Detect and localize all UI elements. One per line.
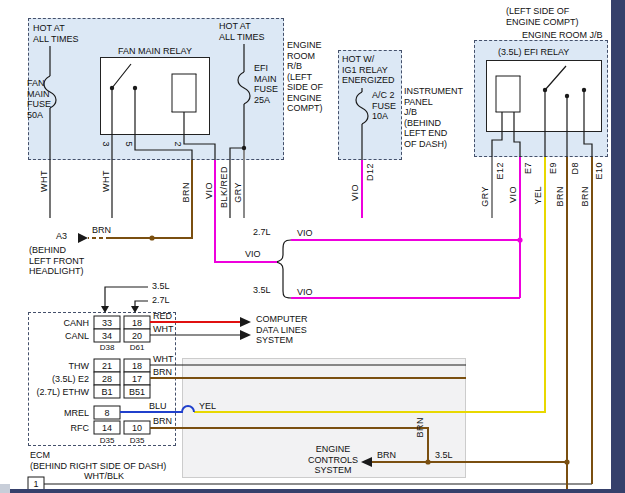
ecm-num-ethw-a: B1: [94, 387, 120, 398]
branch-35l-label: 3.5L: [253, 285, 271, 296]
pin-label-e10: E10: [594, 162, 604, 180]
efi-relay-title: (3.5L) EFI RELAY: [498, 47, 569, 58]
efi-relay-coil: [496, 76, 520, 112]
wire-label-vio-e7: VIO: [508, 186, 518, 203]
engine-controls-branch-35l: 3.5L: [435, 450, 453, 461]
branch-27l-label: 2.7L: [253, 227, 271, 238]
engine-room-rb-location: ENGINE ROOM R/B (LEFT SIDE OF ENGINE COM…: [287, 40, 323, 114]
ecm-conn-d38: D38: [94, 343, 120, 352]
branch-27l-vio: VIO: [297, 228, 313, 239]
arrowheads: [78, 233, 372, 467]
e2-color: BRN: [153, 367, 172, 378]
wire-label-yel-e9: YEL: [533, 186, 543, 205]
wiring-diagram-page: HOT AT ALL TIMES HOT AT ALL TIMES FAN MA…: [0, 0, 625, 493]
selector-35l: 3.5L: [152, 281, 170, 292]
hot-at-all-times-mid: HOT AT ALL TIMES: [219, 21, 265, 42]
bottom-left-corner: [0, 484, 10, 493]
thw-color: WHT: [153, 354, 174, 365]
ecm-num-ethw-b: B51: [124, 387, 150, 398]
fan-relay-switch: [112, 64, 135, 135]
ecm-pin-rfc: RFC: [27, 423, 89, 434]
wire-label-wht-2: WHT: [101, 170, 111, 192]
canl-color: WHT: [153, 324, 174, 335]
mrel-color-yel: YEL: [199, 401, 216, 412]
ecm-num-canh-a: 33: [94, 318, 120, 329]
engine-controls-label: ENGINE CONTROLS SYSTEM: [304, 444, 362, 476]
brown-junctions: [149, 235, 569, 464]
pin-label-e7: E7: [523, 162, 533, 174]
brn-relay-wire: [110, 160, 192, 238]
hot-ig1-label: HOT W/ IG1 RELAY ENERGIZED: [342, 54, 395, 86]
ecm-pin-canl: CANL: [27, 331, 89, 342]
ac2-fuse-label: A/C 2 FUSE 10A: [372, 90, 396, 122]
rfc-color: BRN: [153, 416, 172, 427]
wire-label-vio: VIO: [204, 182, 214, 199]
computer-arrow-2: [240, 330, 251, 340]
fan-main-fuse-label: FAN MAIN FUSE 50A: [27, 78, 51, 120]
ecm-num-mrel-a: 8: [94, 408, 120, 419]
branch-35l-vio: VIO: [297, 287, 313, 298]
ecm-title: ECM: [30, 450, 50, 461]
ecm-pin1: 1: [28, 479, 44, 490]
engine-controls-arrow: [361, 457, 372, 467]
ecm-num-e2-b: 17: [124, 374, 150, 385]
pin1-wire-label: WHT/BLK: [84, 471, 124, 482]
ecm-conn-d61: D61: [124, 343, 150, 352]
pin-label-e12: E12: [495, 162, 505, 180]
engine-room-jb-corner: (LEFT SIDE OF ENGINE COMPT): [506, 6, 579, 27]
a3-location: (BEHIND LEFT FRONT HEADLIGHT): [29, 245, 84, 277]
ecm-conn-d35b: D35: [124, 436, 150, 445]
ecm-num-rfc-a: 14: [94, 423, 120, 434]
selector-arrow-35: [101, 306, 109, 313]
ecm-pin-ethw: (2.7L) ETHW: [27, 387, 89, 398]
bottom-frame-bar: [0, 489, 611, 493]
a3-arrow: [78, 233, 88, 243]
canh-color: RED: [153, 311, 172, 322]
wire-label-brn-d8: BRN: [555, 186, 565, 207]
computer-arrow-1: [240, 317, 251, 327]
fan-relay-term-2: 2: [173, 141, 183, 146]
rfc-vert-brn-label: BRN: [415, 417, 425, 438]
a3-pin-label: A3: [56, 231, 67, 242]
wire-label-gry: GRY: [233, 182, 243, 203]
ecm-num-canl-a: 34: [94, 331, 120, 342]
ecm-num-canl-b: 20: [124, 331, 150, 342]
ecm-conn-d35a: D35: [94, 436, 120, 445]
ecm-pin-mrel: MREL: [27, 408, 89, 419]
gray-wires: [244, 148, 492, 218]
right-frame-bar: [611, 0, 625, 493]
engine-controls-wire-brn: BRN: [377, 450, 396, 461]
fan-relay-term-5: 5: [124, 141, 134, 146]
wire-label-wht-1: WHT: [39, 170, 49, 192]
ecm-location: (BEHIND RIGHT SIDE OF DASH): [30, 461, 166, 472]
fan-relay-term-3: 3: [101, 141, 111, 146]
vio-junctions: [517, 237, 522, 242]
ecm-num-thw-a: 21: [94, 361, 120, 372]
ecm-num-rfc-b: 10: [124, 423, 150, 434]
wire-label-brn: BRN: [181, 182, 191, 203]
pin-label-e9: E9: [548, 162, 558, 174]
ecm-num-e2-a: 28: [94, 374, 120, 385]
hot-at-all-times-left: HOT AT ALL TIMES: [33, 23, 79, 44]
wire-label-vio-d12: VIO: [350, 184, 360, 201]
fan-main-relay-title: FAN MAIN RELAY: [100, 46, 210, 57]
ecm-pin-e2: (3.5L) E2: [27, 374, 89, 385]
efi-relay-coil-pins: [492, 112, 520, 157]
efi-main-fuse-label: EFI MAIN FUSE 25A: [254, 63, 278, 105]
instrument-panel-location: INSTRUMENT PANEL J/B (BEHIND LEFT END OF…: [404, 86, 463, 149]
a3-wire-label: BRN: [92, 225, 111, 236]
efi-fuse-symbol: [238, 72, 250, 104]
computer-data-lines-label: COMPUTER DATA LINES SYSTEM: [256, 314, 308, 346]
wire-label-brn-e10: BRN: [580, 186, 590, 207]
branch-brace: [275, 240, 291, 298]
ac-fuse-symbol: [356, 92, 368, 124]
pin-label-d8: D8: [570, 162, 580, 175]
wire-label-gry-e12: GRY: [480, 186, 490, 207]
branch-in-vio: VIO: [245, 249, 261, 260]
engine-selector-lines: [105, 287, 148, 306]
fan-relay-coil: [172, 74, 196, 112]
ecm-pin-thw: THW: [27, 361, 89, 372]
mrel-color-blu: BLU: [149, 401, 167, 412]
ecm-pin-canh: CANH: [27, 318, 89, 329]
efi-relay-switch: [545, 66, 592, 157]
